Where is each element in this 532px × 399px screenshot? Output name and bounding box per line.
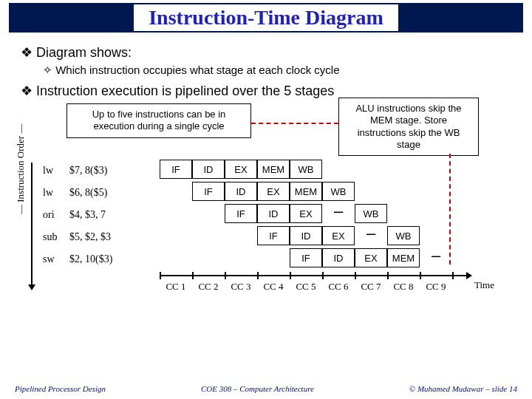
- cycle-label: CC 8: [387, 281, 420, 293]
- stage-skip: –: [355, 226, 387, 245]
- bullet-diagram-shows: Diagram shows:: [21, 44, 511, 61]
- instr-row: lw$7, 8($3): [43, 160, 112, 182]
- bullet-pipelined: Instruction execution is pipelined over …: [21, 83, 511, 99]
- time-label: Time: [474, 279, 494, 291]
- instr-op: lw: [43, 182, 69, 204]
- footer-right: © Muhamed Mudawar – slide 14: [409, 384, 517, 393]
- pipeline-row: IFIDEX–WB: [160, 204, 452, 226]
- stage-cell: WB: [355, 204, 387, 223]
- stage-skip: –: [420, 248, 452, 267]
- footer-mid: COE 308 – Computer Architecture: [201, 384, 314, 393]
- y-axis-text: Instruction Order: [15, 136, 26, 202]
- instr-op: sw: [43, 248, 69, 270]
- instr-row: sw$2, 10($3): [43, 248, 112, 270]
- stage-cell: MEM: [387, 248, 420, 267]
- stage-cell: WB: [322, 182, 355, 201]
- y-axis-label: — Instruction Order —: [15, 124, 27, 214]
- dash-arrow-left: [251, 123, 338, 124]
- stage-cell: IF: [257, 226, 290, 245]
- y-axis-arrow: [31, 163, 33, 288]
- diagram: Up to five instructions can be in execut…: [21, 103, 511, 332]
- instr-args: $6, 8($5): [69, 187, 107, 198]
- instruction-list: lw$7, 8($3) lw$6, 8($5) ori$4, $3, 7 sub…: [43, 160, 112, 270]
- pipeline-grid: IFIDEXMEMWB IFIDEXMEMWB IFIDEX–WB IFIDEX…: [160, 160, 452, 270]
- instr-op: sub: [43, 226, 69, 248]
- page-title: Instruction-Time Diagram: [134, 4, 398, 31]
- instr-args: $7, 8($3): [69, 165, 107, 176]
- stage-cell: EX: [225, 160, 257, 179]
- stage-skip: –: [322, 204, 355, 223]
- callout-left: Up to five instructions can be in execut…: [66, 103, 251, 138]
- cycle-label: CC 1: [160, 281, 192, 293]
- stage-cell: ID: [257, 204, 290, 223]
- instr-op: lw: [43, 160, 69, 182]
- stage-cell: EX: [290, 204, 322, 223]
- stage-cell: MEM: [290, 182, 322, 201]
- footer: Pipelined Processor Design COE 308 – Com…: [0, 384, 532, 393]
- stage-cell: IF: [225, 204, 257, 223]
- instr-op: ori: [43, 204, 69, 226]
- cycle-label: CC 3: [225, 281, 257, 293]
- bullet-which-instruction: Which instruction occupies what stage at…: [43, 64, 511, 77]
- instr-args: $4, $3, 7: [69, 209, 106, 220]
- instr-row: lw$6, 8($5): [43, 182, 112, 204]
- stage-cell: ID: [322, 248, 355, 267]
- content: Diagram shows: Which instruction occupie…: [0, 33, 532, 332]
- callout-right: ALU instructions skip the MEM stage. Sto…: [338, 98, 479, 156]
- instr-args: $5, $2, $3: [69, 231, 111, 242]
- stage-cell: IF: [290, 248, 322, 267]
- cycle-label: CC 4: [257, 281, 290, 293]
- pipeline-row: IFIDEXMEM–: [160, 248, 452, 270]
- stage-cell: EX: [355, 248, 387, 267]
- cycle-label: CC 7: [355, 281, 387, 293]
- cycle-label: CC 6: [322, 281, 355, 293]
- cycle-label: CC 5: [290, 281, 322, 293]
- cycle-label: CC 2: [192, 281, 225, 293]
- footer-left: Pipelined Processor Design: [15, 384, 106, 393]
- cycle-label: CC 9: [420, 281, 452, 293]
- stage-cell: WB: [387, 226, 420, 245]
- pipeline-row: IFIDEX–WB: [160, 226, 452, 248]
- pipeline-row: IFIDEXMEMWB: [160, 182, 452, 204]
- stage-cell: ID: [225, 182, 257, 201]
- cycle-labels: CC 1CC 2CC 3CC 4CC 5CC 6CC 7CC 8CC 9: [160, 281, 452, 293]
- stage-cell: MEM: [257, 160, 290, 179]
- stage-cell: WB: [290, 160, 322, 179]
- time-axis: [160, 275, 470, 276]
- stage-cell: ID: [290, 226, 322, 245]
- instr-args: $2, 10($3): [69, 253, 112, 265]
- stage-cell: EX: [257, 182, 290, 201]
- instr-row: sub$5, $2, $3: [43, 226, 112, 248]
- stage-cell: ID: [192, 160, 225, 179]
- pipeline-row: IFIDEXMEMWB: [160, 160, 452, 182]
- title-bar: Instruction-Time Diagram: [9, 3, 523, 33]
- stage-cell: IF: [160, 160, 192, 179]
- stage-cell: IF: [192, 182, 225, 201]
- stage-cell: EX: [322, 226, 355, 245]
- instr-row: ori$4, $3, 7: [43, 204, 112, 226]
